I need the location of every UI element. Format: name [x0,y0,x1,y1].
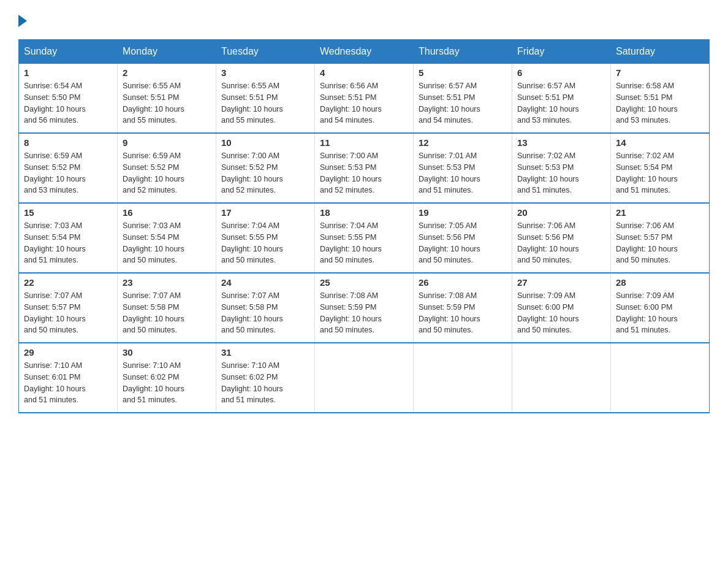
day-info: Sunrise: 7:04 AMSunset: 5:55 PMDaylight:… [320,220,408,266]
calendar-cell: 15 Sunrise: 7:03 AMSunset: 5:54 PMDaylig… [19,203,118,273]
day-info: Sunrise: 7:06 AMSunset: 5:57 PMDaylight:… [616,220,704,266]
column-header-tuesday: Tuesday [216,40,315,64]
calendar-cell: 25 Sunrise: 7:08 AMSunset: 5:59 PMDaylig… [315,273,414,343]
calendar-cell: 20 Sunrise: 7:06 AMSunset: 5:56 PMDaylig… [512,203,611,273]
day-number: 19 [419,207,507,218]
day-info: Sunrise: 6:59 AMSunset: 5:52 PMDaylight:… [123,150,211,196]
calendar-cell: 10 Sunrise: 7:00 AMSunset: 5:52 PMDaylig… [216,133,315,203]
calendar-cell: 27 Sunrise: 7:09 AMSunset: 6:00 PMDaylig… [512,273,611,343]
day-number: 15 [24,207,112,218]
day-number: 22 [24,277,112,288]
calendar-cell: 8 Sunrise: 6:59 AMSunset: 5:52 PMDayligh… [19,133,118,203]
day-info: Sunrise: 7:03 AMSunset: 5:54 PMDaylight:… [123,220,211,266]
day-info: Sunrise: 7:07 AMSunset: 5:58 PMDaylight:… [123,290,211,336]
calendar-cell [611,343,710,413]
column-header-thursday: Thursday [414,40,512,64]
day-info: Sunrise: 7:00 AMSunset: 5:53 PMDaylight:… [320,150,408,196]
page-header [18,12,710,27]
day-number: 4 [320,67,408,78]
day-info: Sunrise: 7:10 AMSunset: 6:01 PMDaylight:… [24,360,112,406]
day-number: 16 [123,207,211,218]
calendar-cell [315,343,414,413]
calendar-cell: 29 Sunrise: 7:10 AMSunset: 6:01 PMDaylig… [19,343,118,413]
logo [18,12,27,27]
day-number: 11 [320,137,408,148]
calendar-cell: 16 Sunrise: 7:03 AMSunset: 5:54 PMDaylig… [118,203,216,273]
day-info: Sunrise: 7:10 AMSunset: 6:02 PMDaylight:… [221,360,309,406]
day-info: Sunrise: 6:59 AMSunset: 5:52 PMDaylight:… [24,150,112,196]
calendar-cell: 24 Sunrise: 7:07 AMSunset: 5:58 PMDaylig… [216,273,315,343]
day-number: 9 [123,137,211,148]
day-number: 26 [419,277,507,288]
day-number: 5 [419,67,507,78]
day-number: 14 [616,137,704,148]
calendar-cell: 19 Sunrise: 7:05 AMSunset: 5:56 PMDaylig… [414,203,512,273]
day-info: Sunrise: 7:08 AMSunset: 5:59 PMDaylight:… [320,290,408,336]
logo-arrow-icon [18,15,27,27]
calendar-cell: 2 Sunrise: 6:55 AMSunset: 5:51 PMDayligh… [118,64,216,134]
calendar-cell: 18 Sunrise: 7:04 AMSunset: 5:55 PMDaylig… [315,203,414,273]
column-header-monday: Monday [118,40,216,64]
day-info: Sunrise: 7:10 AMSunset: 6:02 PMDaylight:… [123,360,211,406]
day-info: Sunrise: 7:09 AMSunset: 6:00 PMDaylight:… [517,290,605,336]
day-info: Sunrise: 7:04 AMSunset: 5:55 PMDaylight:… [221,220,309,266]
day-number: 1 [24,67,112,78]
day-info: Sunrise: 6:54 AMSunset: 5:50 PMDaylight:… [24,80,112,126]
calendar-cell [414,343,512,413]
calendar-header-row: SundayMondayTuesdayWednesdayThursdayFrid… [19,40,710,64]
day-number: 17 [221,207,309,218]
day-number: 2 [123,67,211,78]
column-header-sunday: Sunday [19,40,118,64]
calendar-cell: 17 Sunrise: 7:04 AMSunset: 5:55 PMDaylig… [216,203,315,273]
calendar-cell: 13 Sunrise: 7:02 AMSunset: 5:53 PMDaylig… [512,133,611,203]
day-info: Sunrise: 6:56 AMSunset: 5:51 PMDaylight:… [320,80,408,126]
day-info: Sunrise: 7:02 AMSunset: 5:53 PMDaylight:… [517,150,605,196]
day-number: 18 [320,207,408,218]
calendar-cell: 9 Sunrise: 6:59 AMSunset: 5:52 PMDayligh… [118,133,216,203]
calendar-cell: 6 Sunrise: 6:57 AMSunset: 5:51 PMDayligh… [512,64,611,134]
day-info: Sunrise: 6:57 AMSunset: 5:51 PMDaylight:… [517,80,605,126]
calendar-table: SundayMondayTuesdayWednesdayThursdayFrid… [18,39,710,413]
day-info: Sunrise: 6:58 AMSunset: 5:51 PMDaylight:… [616,80,704,126]
day-number: 29 [24,347,112,358]
day-number: 25 [320,277,408,288]
calendar-week-row: 1 Sunrise: 6:54 AMSunset: 5:50 PMDayligh… [19,64,710,134]
calendar-cell: 14 Sunrise: 7:02 AMSunset: 5:54 PMDaylig… [611,133,710,203]
calendar-cell: 5 Sunrise: 6:57 AMSunset: 5:51 PMDayligh… [414,64,512,134]
calendar-cell [512,343,611,413]
calendar-cell: 23 Sunrise: 7:07 AMSunset: 5:58 PMDaylig… [118,273,216,343]
day-info: Sunrise: 7:06 AMSunset: 5:56 PMDaylight:… [517,220,605,266]
calendar-cell: 28 Sunrise: 7:09 AMSunset: 6:00 PMDaylig… [611,273,710,343]
day-number: 6 [517,67,605,78]
day-number: 13 [517,137,605,148]
day-info: Sunrise: 6:55 AMSunset: 5:51 PMDaylight:… [221,80,309,126]
column-header-saturday: Saturday [611,40,710,64]
day-number: 31 [221,347,309,358]
day-number: 30 [123,347,211,358]
day-number: 27 [517,277,605,288]
day-info: Sunrise: 7:05 AMSunset: 5:56 PMDaylight:… [419,220,507,266]
day-number: 3 [221,67,309,78]
day-info: Sunrise: 7:07 AMSunset: 5:58 PMDaylight:… [221,290,309,336]
day-number: 12 [419,137,507,148]
day-number: 28 [616,277,704,288]
day-info: Sunrise: 7:03 AMSunset: 5:54 PMDaylight:… [24,220,112,266]
calendar-cell: 1 Sunrise: 6:54 AMSunset: 5:50 PMDayligh… [19,64,118,134]
calendar-cell: 12 Sunrise: 7:01 AMSunset: 5:53 PMDaylig… [414,133,512,203]
day-number: 8 [24,137,112,148]
day-number: 20 [517,207,605,218]
calendar-cell: 31 Sunrise: 7:10 AMSunset: 6:02 PMDaylig… [216,343,315,413]
day-info: Sunrise: 7:09 AMSunset: 6:00 PMDaylight:… [616,290,704,336]
day-info: Sunrise: 7:02 AMSunset: 5:54 PMDaylight:… [616,150,704,196]
day-info: Sunrise: 6:57 AMSunset: 5:51 PMDaylight:… [419,80,507,126]
day-info: Sunrise: 6:55 AMSunset: 5:51 PMDaylight:… [123,80,211,126]
calendar-cell: 11 Sunrise: 7:00 AMSunset: 5:53 PMDaylig… [315,133,414,203]
column-header-wednesday: Wednesday [315,40,414,64]
day-info: Sunrise: 7:00 AMSunset: 5:52 PMDaylight:… [221,150,309,196]
day-number: 7 [616,67,704,78]
day-info: Sunrise: 7:01 AMSunset: 5:53 PMDaylight:… [419,150,507,196]
day-info: Sunrise: 7:08 AMSunset: 5:59 PMDaylight:… [419,290,507,336]
calendar-cell: 3 Sunrise: 6:55 AMSunset: 5:51 PMDayligh… [216,64,315,134]
column-header-friday: Friday [512,40,611,64]
calendar-cell: 7 Sunrise: 6:58 AMSunset: 5:51 PMDayligh… [611,64,710,134]
